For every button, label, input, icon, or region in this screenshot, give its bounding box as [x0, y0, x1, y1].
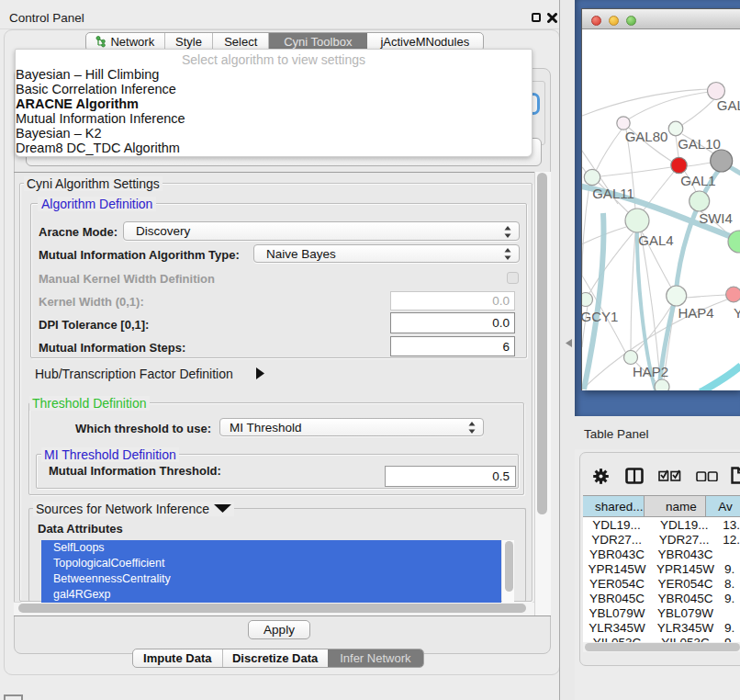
svg-text:HAP4: HAP4: [678, 305, 713, 321]
svg-text:GAL7: GAL7: [717, 97, 740, 113]
svg-text:GAL4: GAL4: [638, 232, 673, 248]
svg-text:GAL11: GAL11: [592, 186, 634, 201]
svg-text:GAL1: GAL1: [680, 173, 715, 188]
svg-text:HAP2: HAP2: [633, 364, 668, 379]
svg-text:Y: Y: [734, 305, 740, 321]
svg-text:GAL80: GAL80: [625, 129, 668, 144]
svg-text:SWI4: SWI4: [699, 210, 733, 226]
svg-text:GAL10: GAL10: [678, 136, 721, 152]
svg-text:GCY1: GCY1: [582, 309, 618, 324]
